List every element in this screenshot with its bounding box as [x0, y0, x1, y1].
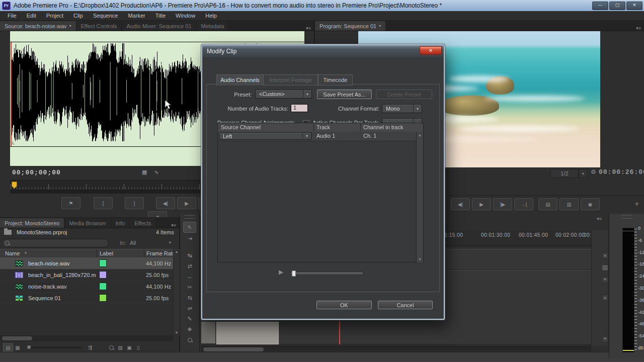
chevron-down-icon[interactable]: ▾	[302, 133, 311, 139]
tab-program[interactable]: Program: Sequence 01 ▾	[315, 21, 386, 31]
scroll-up-icon[interactable]: ▲	[602, 252, 608, 259]
ripple-edit-tool[interactable]: ↹	[184, 250, 196, 260]
column-name[interactable]: Name	[5, 250, 20, 256]
dialog-title-bar[interactable]: Modify Clip	[202, 45, 444, 57]
search-in-select[interactable]: All	[130, 240, 136, 246]
search-input[interactable]	[2, 239, 109, 247]
column-frame-rate[interactable]: Frame Rate	[146, 250, 176, 256]
tab-source[interactable]: Source: beach-noise.wav ▾	[0, 21, 76, 31]
project-item-row[interactable]: beach_in_bali_1280x720.m 25.00 fps	[0, 269, 173, 281]
icon-view-button[interactable]: ▦	[13, 344, 22, 351]
panel-menu-icon[interactable]: ▾≡	[636, 26, 644, 31]
menu-sequence[interactable]: Sequence	[89, 13, 123, 19]
scroll-down-icon[interactable]: ▼	[602, 277, 608, 283]
export-frame-button[interactable]: ◉	[581, 198, 600, 210]
close-button[interactable]: ✕	[626, 2, 642, 10]
scrollbar-thumb[interactable]	[602, 264, 608, 271]
go-to-next-edit-button[interactable]: →|	[514, 198, 533, 210]
dialog-close-button[interactable]: ✕	[420, 46, 442, 55]
timeline-clip-segment[interactable]	[201, 322, 215, 343]
scroll-up-icon[interactable]: ▲	[174, 249, 180, 253]
slip-tool[interactable]: ⇆	[184, 293, 196, 303]
delete-preset-button[interactable]: Delete Preset	[376, 89, 432, 99]
mark-in-button[interactable]: {	[94, 197, 113, 209]
source-playhead-line[interactable]	[11, 42, 12, 146]
chevron-down-icon[interactable]: ▾	[169, 240, 171, 245]
audio-tracks-input[interactable]: 1	[291, 104, 308, 112]
project-file-name[interactable]: MonotoStereo.prproj	[17, 229, 67, 235]
tab-timecode[interactable]: Timecode	[318, 74, 353, 85]
scroll-down-icon[interactable]: ▼	[417, 257, 423, 261]
title-bar[interactable]: Pr Adobe Premiere Pro - E:\Dropbox\1402 …	[0, 0, 644, 11]
new-bin-button[interactable]: ▨	[116, 344, 125, 351]
tab-info[interactable]: Info	[111, 218, 130, 228]
source-timecode[interactable]: 00;00;00;00	[12, 169, 61, 176]
find-button[interactable]	[107, 344, 116, 351]
channel-format-select[interactable]: Mono ▾	[382, 104, 422, 113]
zoom-level-select[interactable]: 1/2	[550, 169, 579, 178]
rolling-edit-tool[interactable]: ⇄	[184, 261, 196, 271]
panel-grip[interactable]	[184, 215, 195, 219]
extract-button[interactable]: ▥	[559, 198, 579, 210]
project-item-row[interactable]: beach-noise.wav 44,100 Hz	[0, 257, 173, 269]
automate-to-sequence-button[interactable]: ⇶	[86, 344, 95, 351]
menu-file[interactable]: File	[3, 13, 21, 19]
zoom-slider[interactable]	[26, 347, 82, 348]
scroll-down-icon[interactable]: ▼	[602, 336, 608, 342]
menu-clip[interactable]: Clip	[69, 13, 88, 19]
film-view-icon[interactable]: ▦	[142, 169, 147, 175]
zoom-tool[interactable]	[184, 335, 196, 345]
project-item-row[interactable]: Sequence 01 25.00 fps	[0, 292, 173, 304]
play-button[interactable]: ▶	[472, 198, 491, 210]
step-back-button[interactable]: ◀|	[156, 197, 175, 209]
panel-menu-icon[interactable]: ▾≡	[597, 216, 602, 221]
label-color-swatch[interactable]	[99, 271, 107, 279]
tab-media-browser[interactable]: Media Browser	[64, 218, 111, 228]
new-item-button[interactable]: ▣	[125, 344, 134, 351]
chevron-down-icon[interactable]: ▾	[303, 90, 311, 98]
preview-play-button[interactable]: ▶	[279, 268, 283, 276]
table-scrollbar[interactable]: ▲ ▼	[416, 132, 423, 262]
lift-button[interactable]: ▤	[538, 198, 557, 210]
menu-title[interactable]: Title	[151, 13, 170, 19]
hand-tool[interactable]: ❖	[184, 324, 196, 334]
project-item-row[interactable]: noise-track.wav 44,100 Hz	[0, 281, 173, 293]
slider-thumb[interactable]	[292, 270, 296, 277]
menu-project[interactable]: Project	[42, 13, 68, 19]
step-forward-button[interactable]: |▶	[493, 198, 512, 210]
panel-menu-icon[interactable]: ▾≡	[306, 26, 314, 31]
maximize-button[interactable]: ▢	[609, 2, 625, 10]
cancel-button[interactable]: Cancel	[378, 301, 433, 309]
project-vertical-scrollbar[interactable]: ▲ ▼	[173, 249, 180, 335]
tab-interpret-footage[interactable]: Interpret Footage	[263, 74, 318, 85]
minimize-button[interactable]: —	[592, 2, 608, 10]
preview-volume-slider[interactable]	[290, 272, 363, 275]
tab-audio-channels[interactable]: Audio Channels	[216, 74, 264, 85]
chevron-down-icon[interactable]: ▾	[413, 105, 422, 113]
save-preset-button[interactable]: Save Preset As...	[317, 89, 372, 99]
mark-out-button[interactable]: }	[125, 197, 144, 209]
scroll-up-icon[interactable]: ▲	[417, 132, 423, 137]
step-back-button[interactable]: ◀|	[451, 198, 470, 210]
scroll-down-icon[interactable]: ▼	[174, 331, 180, 334]
pen-tool[interactable]: ✎	[184, 314, 196, 324]
channel-mapping-row[interactable]: Left ▾ Audio 1 Ch. 1	[218, 132, 417, 141]
menu-help[interactable]: Help	[201, 13, 221, 19]
chevron-down-icon[interactable]: ▾	[69, 24, 71, 28]
tab-effects[interactable]: Effects	[130, 218, 156, 228]
chevron-down-icon[interactable]: ▾	[379, 24, 381, 28]
add-button[interactable]: +	[635, 200, 639, 208]
menu-window[interactable]: Window	[171, 13, 200, 19]
rate-stretch-tool[interactable]: ↔	[184, 272, 196, 282]
timeline-vertical-scrollbar[interactable]: ▲ ▼ ▲ ▼	[591, 230, 608, 346]
ok-button[interactable]: OK	[316, 301, 372, 309]
chevron-down-icon[interactable]: ▾	[579, 169, 588, 178]
track-select-tool[interactable]: ⇥	[184, 233, 196, 243]
add-marker-button[interactable]: ⚑	[61, 197, 80, 209]
play-button[interactable]: ▶	[177, 197, 196, 209]
tab-effect-controls[interactable]: Effect Controls	[76, 21, 122, 31]
selection-tool[interactable]: ↖	[183, 222, 196, 233]
tab-metadata[interactable]: Metadata	[197, 21, 229, 31]
clear-button[interactable]: ▯	[134, 344, 143, 351]
label-color-swatch[interactable]	[99, 283, 107, 290]
